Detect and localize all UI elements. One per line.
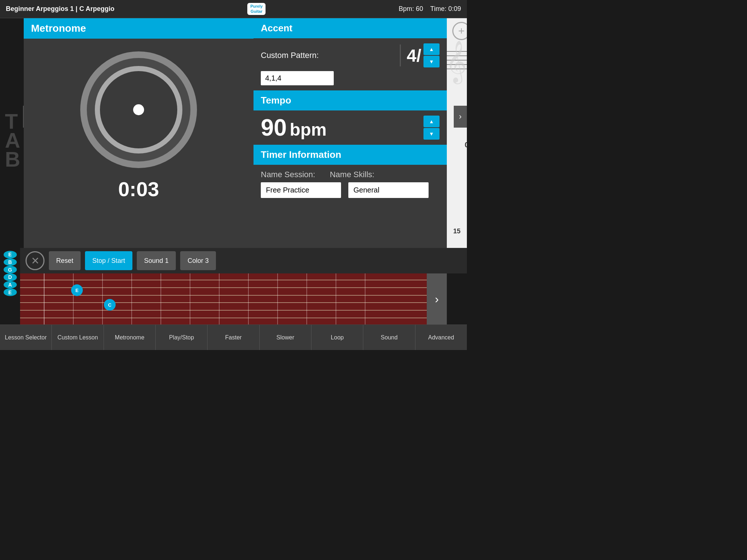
slower-button[interactable]: Slower <box>260 325 311 350</box>
bpm-value: 90 <box>261 114 287 141</box>
sound-nav-button[interactable]: Sound <box>363 325 415 350</box>
session-input[interactable] <box>261 182 341 198</box>
tempo-row: 90 bpm ▲ ▼ <box>253 110 447 145</box>
lesson-selector-button[interactable]: Lesson Selector <box>0 325 52 350</box>
tempo-header: Tempo <box>253 90 447 110</box>
center-dot <box>133 104 144 115</box>
bpm-unit: bpm <box>290 120 326 140</box>
pattern-input-row <box>261 71 440 85</box>
main-content: 𝄞 44 0 + ♩ 𝄞 ♩ ♩ ♩ 15 ‹ › TAB Metronome <box>0 18 467 324</box>
pattern-right: 4/ ▲ ▼ <box>396 43 440 67</box>
metronome-body: 0:03 <box>24 39 253 208</box>
accent-body: Custom Pattern: 4/ ▲ ▼ <box>253 38 447 90</box>
top-bar: Beginner Arpeggios 1 | C Arpeggio Purely… <box>0 0 467 18</box>
fret-line-4 <box>131 273 132 324</box>
bpm-time-display: Bpm: 60 Time: 0:09 <box>399 5 461 13</box>
pendulum-container <box>75 46 202 174</box>
fret-line-6 <box>190 273 190 324</box>
string-e-low: E <box>4 288 17 296</box>
metronome-nav-button[interactable]: Metronome <box>104 325 156 350</box>
tempo-arrows: ▲ ▼ <box>423 116 440 140</box>
sheet-number-0: 0 <box>465 141 467 149</box>
timer-info-header: Timer Information <box>253 145 447 165</box>
fretboard-visual: E C › <box>20 273 447 324</box>
sound-button[interactable]: Sound 1 <box>137 251 176 270</box>
fret-lines <box>20 273 447 324</box>
tab-sidebar: TAB <box>0 18 24 248</box>
loop-button[interactable]: Loop <box>311 325 363 350</box>
close-button[interactable]: ✕ <box>26 251 44 270</box>
string-labels: E B G D A E <box>0 248 20 299</box>
inner-ring <box>95 66 182 153</box>
fret-line-11 <box>336 273 336 324</box>
add-button[interactable]: + <box>452 22 467 40</box>
advanced-button[interactable]: Advanced <box>415 325 467 350</box>
right-panel: Accent Custom Pattern: 4/ ▲ ▼ <box>253 18 447 248</box>
custom-pattern-row: Custom Pattern: 4/ ▲ ▼ <box>261 43 440 67</box>
fretboard-right-arrow[interactable]: › <box>427 273 447 324</box>
custom-pattern-label: Custom Pattern: <box>261 51 319 60</box>
timer-inputs-row <box>261 182 440 198</box>
sheet-nav-right-button[interactable]: › <box>454 106 467 128</box>
fret-line-3 <box>102 273 103 324</box>
fret-line-9 <box>277 273 278 324</box>
string-d: D <box>4 273 17 281</box>
custom-lesson-button[interactable]: Custom Lesson <box>52 325 104 350</box>
fretboard-area: E B G D A E ✕ Reset Stop / Start Sound 1… <box>0 248 467 324</box>
sheet-number-15: 15 <box>447 226 467 237</box>
fretboard-controls: ✕ Reset Stop / Start Sound 1 Color 3 <box>0 248 467 273</box>
fret-line-8 <box>248 273 249 324</box>
string-a: A <box>4 281 17 289</box>
fret-note-e: E <box>71 284 83 296</box>
logo: Purely Guitar <box>247 3 266 15</box>
tempo-down-button[interactable]: ▼ <box>423 128 440 140</box>
accent-down-button[interactable]: ▼ <box>423 56 440 67</box>
timer-info-section: Timer Information Name Session: Name Ski… <box>253 145 447 203</box>
color-button[interactable]: Color 3 <box>180 251 216 270</box>
accent-header: Accent <box>253 18 447 38</box>
metronome-header: Metronome <box>24 18 253 39</box>
divider <box>400 44 401 66</box>
tempo-section: Tempo 90 bpm ▲ ▼ <box>253 90 447 145</box>
timer-info-body: Name Session: Name Skills: <box>253 165 447 203</box>
name-session-label: Name Session: <box>261 170 315 179</box>
string-g: G <box>4 266 17 273</box>
bpm-value-area: 90 bpm <box>261 114 327 141</box>
bottom-nav: Lesson Selector Custom Lesson Metronome … <box>0 324 467 350</box>
fret-line-12 <box>365 273 365 324</box>
reset-button[interactable]: Reset <box>49 251 81 270</box>
accent-section: Accent Custom Pattern: 4/ ▲ ▼ <box>253 18 447 90</box>
name-skills-label: Name Skills: <box>330 170 374 179</box>
fret-line-1 <box>44 273 44 324</box>
metronome-timer: 0:03 <box>118 177 159 201</box>
fret-note-c: C <box>104 299 116 311</box>
custom-pattern-input[interactable] <box>261 71 334 85</box>
clef-watermark: 𝄞 <box>445 40 467 83</box>
play-stop-button[interactable]: Play/Stop <box>156 325 208 350</box>
fret-line-7 <box>219 273 220 324</box>
skills-input[interactable] <box>348 182 429 198</box>
fret-line-5 <box>160 273 161 324</box>
fret-line-2 <box>73 273 74 324</box>
app-title: Beginner Arpeggios 1 | C Arpeggio <box>6 5 115 13</box>
string-e-high: E <box>4 251 17 258</box>
stop-start-button[interactable]: Stop / Start <box>85 251 132 270</box>
bpm-display: Bpm: 60 <box>399 5 423 12</box>
tab-label: TAB <box>5 112 19 169</box>
accent-up-button[interactable]: ▲ <box>423 43 440 55</box>
faster-button[interactable]: Faster <box>208 325 259 350</box>
metronome-panel: Metronome 0:03 <box>24 18 253 248</box>
outer-ring <box>80 51 197 168</box>
accent-arrows: ▲ ▼ <box>423 43 440 67</box>
fret-line-10 <box>306 273 307 324</box>
time-display: Time: 0:09 <box>430 5 461 12</box>
string-b: B <box>4 258 17 266</box>
timer-labels-row: Name Session: Name Skills: <box>261 170 440 179</box>
tempo-up-button[interactable]: ▲ <box>423 116 440 127</box>
logo-box: Purely Guitar <box>247 3 266 15</box>
fraction-display: 4/ <box>407 46 421 66</box>
